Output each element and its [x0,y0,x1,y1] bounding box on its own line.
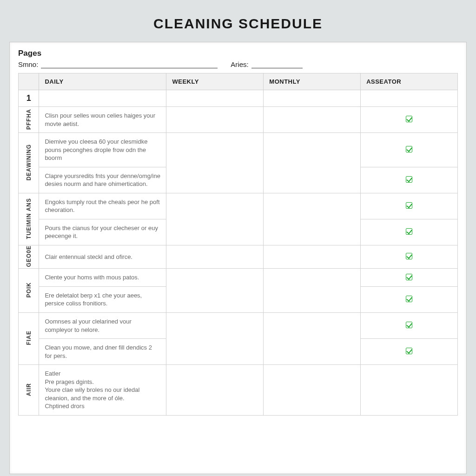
task-cell: Pours the cianus for your clecheser or e… [39,219,166,245]
header-fields: Smno: Aries: [18,60,458,68]
section-label-cell: DEAWINING [19,133,39,193]
task-cell: Clair entennual steckl and ofirce. [39,245,166,269]
field-aries-input-line[interactable] [251,60,303,68]
schedule-table: DAILY WEEKLY MONTHLY ASSEATOR 1 PFFHA Cl… [18,73,458,416]
asseator-cell [361,269,458,287]
section-label-cell: FIAE [19,313,39,365]
checkbox-icon[interactable] [406,274,412,280]
section-label: FIAE [26,331,32,345]
monthly-cell [264,269,361,313]
table-row: GEO0E Clair entennual steckl and ofirce. [19,245,458,269]
weekly-cell [166,193,264,245]
monthly-cell [264,313,361,365]
task-cell: Clean you mowe, and dner fill dendics 2 … [39,339,166,365]
checkbox-icon[interactable] [406,146,412,152]
field-aries: Aries: [231,60,302,68]
asseator-cell [361,193,458,219]
section-label-cell: TUEIMIN ANS [19,193,39,245]
task-cell: Clisn pour selles woun celies haiges you… [39,107,166,133]
pages-label: Pages [18,49,458,58]
table-row: DEAWINING Diemive you cleesa 60 your cle… [19,133,458,167]
monthly-cell [264,133,361,193]
task-cell: Eatler Pre prages dgints. Youre clae wil… [39,365,166,416]
weekly-cell [166,365,264,416]
row-number: 1 [19,90,39,107]
checkbox-icon[interactable] [406,348,412,354]
checkbox-icon[interactable] [406,322,412,328]
page-title: CLEANING SCHEDULE [9,16,467,32]
checkbox-icon[interactable] [406,202,412,209]
section-label: DEAWINING [26,144,32,180]
asseator-cell [361,365,458,416]
section-label: AIIR [26,383,32,396]
num-row-daily [39,90,166,107]
checkbox-icon[interactable] [406,296,412,302]
task-cell: Ere deletalot berp x1 che your aees, per… [39,286,166,312]
weekly-cell [166,133,264,193]
checkbox-icon[interactable] [406,228,412,235]
num-row-weekly [166,90,264,107]
asseator-cell [361,286,458,312]
asseator-cell [361,107,458,133]
monthly-cell [264,107,361,133]
weekly-cell [166,269,264,313]
task-cell: Clente your homs with mous patos. [39,269,166,287]
section-label: PFFHA [26,109,32,130]
section-label: POIK [26,282,32,298]
table-row: TUEIMIN ANS Engoks tumply rout the cheal… [19,193,458,219]
asseator-cell [361,245,458,269]
section-label-cell: AIIR [19,365,39,416]
col-header-monthly: MONTHLY [264,73,361,90]
task-cell: Engoks tumply rout the cheals peor he po… [39,193,166,219]
asseator-cell [361,313,458,339]
section-label-cell: PFFHA [19,107,39,133]
task-cell: Diemive you cleesa 60 your clesmidke pou… [39,133,166,167]
monthly-cell [264,365,361,416]
section-label-cell: POIK [19,269,39,313]
asseator-cell [361,133,458,167]
col-header-weekly: WEEKLY [166,73,264,90]
monthly-cell [264,245,361,269]
asseator-cell [361,339,458,365]
table-header-row: DAILY WEEKLY MONTHLY ASSEATOR [19,73,458,90]
field-aries-label: Aries: [231,60,248,68]
weekly-cell [166,107,264,133]
weekly-cell [166,245,264,269]
field-smno-label: Smno: [18,60,38,68]
section-label: TUEIMIN ANS [26,198,32,239]
field-smno: Smno: [18,60,218,68]
col-header-daily: DAILY [39,73,166,90]
asseator-cell [361,219,458,245]
field-smno-input-line[interactable] [41,60,218,68]
section-label: GEO0E [26,245,32,267]
table-row: PFFHA Clisn pour selles woun celies haig… [19,107,458,133]
monthly-cell [264,193,361,245]
col-header-side [19,73,39,90]
table-row: POIK Clente your homs with mous patos. [19,269,458,287]
checkbox-icon[interactable] [406,176,412,183]
section-label-cell: GEO0E [19,245,39,269]
checkbox-icon[interactable] [406,116,412,122]
col-header-asseator: ASSEATOR [361,73,458,90]
weekly-cell [166,313,264,365]
num-row-monthly [264,90,361,107]
number-row: 1 [19,90,458,107]
schedule-sheet: Pages Smno: Aries: DAILY WEEKLY MONTHLY … [9,42,467,474]
checkbox-icon[interactable] [406,253,412,259]
task-cell: Oomnses al your clelarined vour compleyo… [39,313,166,339]
task-cell: Clapre yoursredits fnts your denne/omg/i… [39,167,166,193]
asseator-cell [361,167,458,193]
num-row-asseator [361,90,458,107]
table-row: FIAE Oomnses al your clelarined vour com… [19,313,458,339]
table-row: AIIR Eatler Pre prages dgints. Youre cla… [19,365,458,416]
